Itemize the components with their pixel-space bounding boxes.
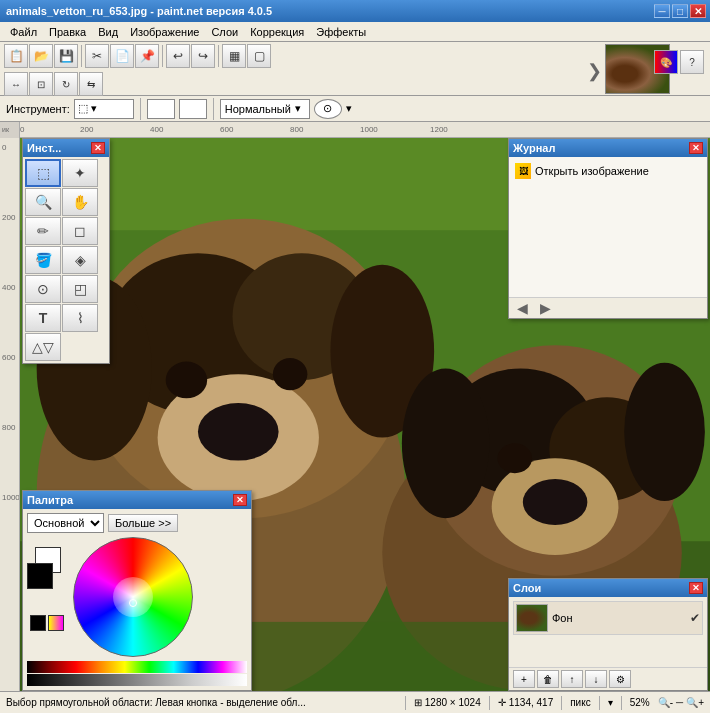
close-button[interactable]: ✕ — [690, 4, 706, 18]
journal-item-0[interactable]: 🖼 Открыть изображение — [513, 161, 703, 181]
toolbar-sep1 — [81, 45, 82, 67]
tool-rect-select[interactable]: ⬚ — [25, 159, 61, 187]
zoom-in-button[interactable]: 🔍+ — [686, 697, 704, 708]
layers-panel-close[interactable]: ✕ — [689, 582, 703, 594]
journal-back-button[interactable]: ◀ — [513, 300, 532, 316]
tool-select-area[interactable]: ⬚ ▾ — [74, 99, 134, 119]
mode-select-area[interactable]: Нормальный ▾ — [220, 99, 310, 119]
palette-panel-close[interactable]: ✕ — [233, 494, 247, 506]
save-button[interactable]: 💾 — [54, 44, 78, 68]
tool-recolor[interactable]: ◈ — [62, 246, 98, 274]
menu-edit[interactable]: Правка — [43, 25, 92, 39]
palette-more-button[interactable]: Больше >> — [108, 514, 178, 532]
grayscale-spectrum-bar[interactable] — [27, 674, 247, 686]
tool-path[interactable]: ⌇ — [62, 304, 98, 332]
svg-point-8 — [198, 403, 279, 461]
open-button[interactable]: 📂 — [29, 44, 53, 68]
color-swatch-extra1[interactable] — [30, 615, 46, 631]
canvas-area[interactable]: www.vetton.ru Инст... ✕ ⬚ ✦ 🔍 ✋ ✏ ◻ 🪣 ◈ … — [20, 138, 710, 691]
unit-dropdown[interactable]: ▾ — [608, 697, 613, 708]
layer-up-button[interactable]: ↑ — [561, 670, 583, 688]
tool-move[interactable]: ✋ — [62, 188, 98, 216]
tool-eraser[interactable]: ◻ — [62, 217, 98, 245]
rotate-button[interactable]: ↻ — [54, 72, 78, 96]
tool-gradient[interactable]: △▽ — [25, 333, 61, 361]
copy-button[interactable]: 📄 — [110, 44, 134, 68]
ruler-h-tick-4: 800 — [290, 125, 303, 134]
journal-forward-button[interactable]: ▶ — [536, 300, 555, 316]
layers-panel-title: Слои ✕ — [509, 579, 707, 597]
svg-point-21 — [624, 363, 705, 501]
menu-file[interactable]: Файл — [4, 25, 43, 39]
tool-zoom[interactable]: 🔍 — [25, 188, 61, 216]
palette-select[interactable]: Основной — [27, 513, 104, 533]
palette-panel: Палитра ✕ Основной Больше >> — [22, 490, 252, 691]
layer-thumbnail — [516, 604, 548, 632]
tool-lasso[interactable]: ✦ — [62, 159, 98, 187]
delete-layer-button[interactable]: 🗑 — [537, 670, 559, 688]
menu-view[interactable]: Вид — [92, 25, 124, 39]
layer-item-0[interactable]: Фон ✔ — [513, 601, 703, 635]
tool-brush[interactable]: ✏ — [25, 217, 61, 245]
zoom-slider[interactable]: ─ — [676, 697, 683, 708]
journal-nav: ◀ ▶ — [509, 297, 707, 318]
redo-button[interactable]: ↪ — [191, 44, 215, 68]
new-button[interactable]: 📋 — [4, 44, 28, 68]
ruler-h-tick-3: 600 — [220, 125, 233, 134]
color-spectrum-bar[interactable] — [27, 661, 247, 673]
journal-panel-title: Журнал ✕ — [509, 139, 707, 157]
layer-down-button[interactable]: ↓ — [585, 670, 607, 688]
journal-panel: Журнал ✕ 🖼 Открыть изображение ◀ ▶ — [508, 138, 708, 319]
ruler-v-tick-1: 200 — [2, 213, 15, 222]
layer-props-button[interactable]: ⚙ — [609, 670, 631, 688]
flip-h-button[interactable]: ⇆ — [79, 72, 103, 96]
foreground-color-swatch[interactable] — [27, 563, 53, 589]
select-button[interactable]: ▦ — [222, 44, 246, 68]
color-adj-button[interactable]: 🎨 — [654, 50, 678, 74]
menu-image[interactable]: Изображение — [124, 25, 205, 39]
help-button[interactable]: ? — [680, 50, 704, 74]
status-sep4 — [599, 696, 600, 710]
tools-panel-close[interactable]: ✕ — [91, 142, 105, 154]
status-sep3 — [561, 696, 562, 710]
menu-effects[interactable]: Эффекты — [310, 25, 372, 39]
journal-panel-close[interactable]: ✕ — [689, 142, 703, 154]
tool-fill[interactable]: 🪣 — [25, 246, 61, 274]
layer-visibility-check[interactable]: ✔ — [690, 611, 700, 625]
paste-button[interactable]: 📌 — [135, 44, 159, 68]
zoom-out-button[interactable]: 🔍- — [658, 697, 673, 708]
status-dimensions: ⊞ 1280 × 1024 — [414, 697, 481, 708]
minimize-button[interactable]: ─ — [654, 4, 670, 18]
tools-grid: ⬚ ✦ 🔍 ✋ ✏ ◻ 🪣 ◈ ⊙ ◰ T ⌇ △▽ — [23, 157, 109, 363]
color-wheel[interactable] — [73, 537, 193, 657]
tool-text[interactable]: T — [25, 304, 61, 332]
maximize-button[interactable]: □ — [672, 4, 688, 18]
cursor-icon: ✛ — [498, 697, 506, 708]
status-sep2 — [489, 696, 490, 710]
svg-point-9 — [166, 362, 207, 399]
color-swatch-extra2[interactable] — [48, 615, 64, 631]
tool-clone[interactable]: ⊙ — [25, 275, 61, 303]
undo-button[interactable]: ↩ — [166, 44, 190, 68]
zoom-level: 52% — [630, 697, 650, 708]
menu-layers[interactable]: Слои — [205, 25, 244, 39]
app-title: animals_vetton_ru_653.jpg - paint.net ве… — [6, 5, 272, 17]
cut-button[interactable]: ✂ — [85, 44, 109, 68]
layers-content: Фон ✔ — [509, 597, 707, 667]
palette-content: Основной Больше >> — [23, 509, 251, 690]
ruler-v-tick-2: 400 — [2, 283, 15, 292]
blend-mode-dropdown[interactable]: Нормальный ▾ — [220, 99, 310, 119]
add-layer-button[interactable]: + — [513, 670, 535, 688]
tool-selector[interactable]: ⬚ ▾ — [74, 99, 134, 119]
palette-panel-title-text: Палитра — [27, 494, 73, 506]
resize-button[interactable]: ↔ — [4, 72, 28, 96]
status-bar: Выбор прямоугольной области: Левая кнопк… — [0, 691, 710, 713]
crop-button[interactable]: ⊡ — [29, 72, 53, 96]
journal-content: 🖼 Открыть изображение — [509, 157, 707, 297]
ruler-v-tick-3: 600 — [2, 353, 15, 362]
deselect-button[interactable]: ▢ — [247, 44, 271, 68]
ruler-corner: ик — [0, 122, 20, 138]
tool-shape[interactable]: ◰ — [62, 275, 98, 303]
menu-correction[interactable]: Коррекция — [244, 25, 310, 39]
tool-options-bar: Инструмент: ⬚ ▾ Нормальный ▾ ⊙ ▾ — [0, 96, 710, 122]
